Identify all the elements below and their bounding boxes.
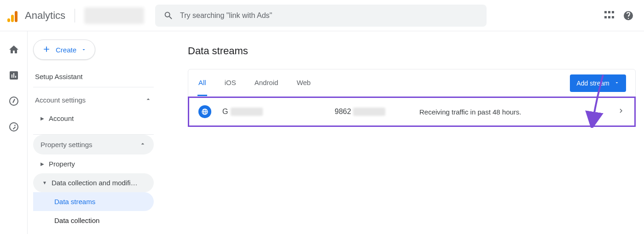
admin-sidebar: Create Setup Assistant Account settings …: [28, 31, 166, 234]
stream-row[interactable]: G 9862 Receiving traffic in past 48 hour…: [189, 98, 634, 126]
plus-icon: [42, 45, 51, 55]
account-selector-blurred[interactable]: [84, 7, 144, 24]
advertising-icon[interactable]: [8, 121, 19, 132]
left-rail: [0, 31, 28, 234]
create-button[interactable]: Create: [33, 40, 95, 60]
web-stream-icon: [198, 105, 211, 118]
sidebar-property[interactable]: ▶ Property: [33, 154, 154, 173]
sidebar-data-streams[interactable]: Data streams: [33, 192, 154, 211]
account-label: Account: [49, 114, 74, 122]
add-stream-label: Add stream: [576, 80, 609, 87]
stream-name-col: G: [222, 108, 324, 116]
data-coll-mod-label: Data collection and modifica...: [52, 179, 139, 187]
main-content: Data streams All iOS Android Web Add str…: [166, 31, 644, 234]
product-name: Analytics: [25, 10, 65, 22]
analytics-logo[interactable]: Analytics: [7, 9, 65, 22]
stream-name-first-letter: G: [222, 108, 228, 116]
home-icon[interactable]: [8, 44, 19, 55]
add-stream-button[interactable]: Add stream: [570, 74, 626, 92]
help-icon[interactable]: [623, 10, 634, 21]
search-bar[interactable]: Try searching "link with Ads": [155, 5, 487, 27]
stream-id-prefix: 9862: [335, 108, 351, 116]
chevron-up-icon: [139, 140, 146, 149]
stream-id-col: 9862: [335, 108, 408, 116]
account-settings-label: Account settings: [35, 96, 86, 104]
search-icon: [163, 11, 174, 21]
explore-icon[interactable]: [8, 96, 19, 107]
tab-ios[interactable]: iOS: [224, 70, 237, 96]
property-label: Property: [49, 160, 75, 168]
highlighted-stream-row: G 9862 Receiving traffic in past 48 hour…: [188, 97, 636, 127]
caret-down-icon: ▼: [42, 180, 47, 185]
sidebar-data-collection-modification[interactable]: ▼ Data collection and modifica...: [33, 173, 154, 192]
search-placeholder: Try searching "link with Ads": [180, 11, 272, 20]
create-label: Create: [56, 46, 76, 54]
tab-web[interactable]: Web: [296, 70, 312, 96]
sidebar-setup-assistant[interactable]: Setup Assistant: [33, 73, 154, 80]
tabs-row: All iOS Android Web Add stream: [188, 69, 635, 97]
apps-icon[interactable]: [604, 11, 614, 20]
analytics-logo-icon: [7, 9, 19, 22]
chevron-up-icon: [145, 96, 152, 104]
sidebar-data-collection[interactable]: Data collection: [33, 211, 154, 230]
chevron-right-icon: [617, 107, 625, 117]
page-title: Data streams: [188, 45, 636, 57]
sidebar-account-settings[interactable]: Account settings: [33, 87, 154, 109]
caret-right-icon: ▶: [41, 161, 44, 166]
data-streams-card: All iOS Android Web Add stream G: [188, 69, 636, 127]
stream-id-blurred: [353, 108, 385, 116]
property-settings-label: Property settings: [41, 141, 93, 148]
bar-chart-icon[interactable]: [8, 70, 19, 81]
vertical-divider: [75, 9, 75, 23]
caret-right-icon: ▶: [41, 116, 44, 121]
stream-status: Receiving traffic in past 48 hours.: [419, 108, 606, 116]
stream-name-blurred: [231, 108, 263, 116]
tab-all[interactable]: All: [197, 70, 207, 96]
chevron-down-icon: [81, 46, 87, 54]
tab-android[interactable]: Android: [254, 70, 279, 96]
sidebar-property-settings[interactable]: Property settings: [33, 135, 154, 154]
sidebar-account[interactable]: ▶ Account: [33, 109, 154, 128]
chevron-down-icon: [614, 80, 620, 87]
